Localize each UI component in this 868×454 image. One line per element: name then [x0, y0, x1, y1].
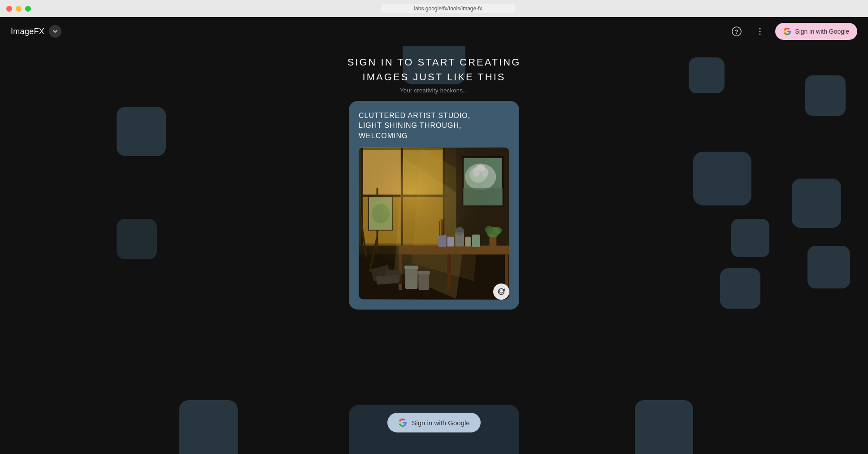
maximize-button[interactable]: [25, 6, 31, 12]
titlebar: labs.google/fx/tools/image-fx: [0, 0, 868, 17]
more-icon: [755, 26, 765, 36]
google-icon-bottom: [398, 418, 407, 427]
bottom-sign-in-button[interactable]: Sign in with Google: [387, 413, 480, 432]
card-image-wrapper: [359, 147, 509, 300]
headline-line1: SIGN IN TO START CREATING: [347, 55, 521, 70]
google-icon: [783, 27, 791, 35]
help-icon: ?: [732, 26, 742, 36]
navbar: ImageFX ?: [0, 17, 868, 46]
help-button[interactable]: ?: [729, 23, 745, 39]
app-logo: ImageFX: [11, 27, 44, 36]
svg-point-2: [760, 28, 761, 30]
svg-rect-60: [359, 148, 509, 299]
headline: SIGN IN TO START CREATING IMAGES JUST LI…: [347, 55, 521, 84]
more-options-button[interactable]: [752, 23, 768, 39]
svg-point-4: [760, 34, 761, 35]
navbar-sign-in-button[interactable]: Sign in with Google: [775, 23, 857, 40]
studio-svg: [359, 147, 509, 300]
chevron-down-icon: [52, 28, 58, 35]
card-prompt: CLUTTERED ARTIST STUDIO,LIGHT SHINING TH…: [359, 111, 509, 141]
card-image: [359, 147, 509, 300]
main-content: SIGN IN TO START CREATING IMAGES JUST LI…: [0, 46, 868, 454]
bottom-section: Sign in with Google: [0, 400, 868, 454]
logo-dropdown-button[interactable]: [49, 25, 61, 38]
url-bar: labs.google/fx/tools/image-fx: [35, 4, 862, 13]
svg-point-3: [760, 31, 761, 32]
bottom-sign-in-label: Sign in with Google: [412, 419, 469, 427]
minimize-button[interactable]: [16, 6, 22, 12]
app-container: ImageFX ?: [0, 17, 868, 454]
close-button[interactable]: [6, 6, 12, 12]
image-card: CLUTTERED ARTIST STUDIO,LIGHT SHINING TH…: [349, 101, 519, 310]
headline-line2: IMAGES JUST LIKE THIS: [347, 70, 521, 84]
card-refresh-button[interactable]: [493, 284, 509, 300]
refresh-icon: [497, 288, 505, 296]
navbar-sign-in-label: Sign in with Google: [795, 28, 849, 35]
navbar-left: ImageFX: [11, 25, 61, 38]
navbar-right: ? Sign in with Google: [729, 23, 857, 40]
subtext: Your creativity beckons...: [400, 87, 468, 94]
svg-text:?: ?: [735, 28, 738, 35]
